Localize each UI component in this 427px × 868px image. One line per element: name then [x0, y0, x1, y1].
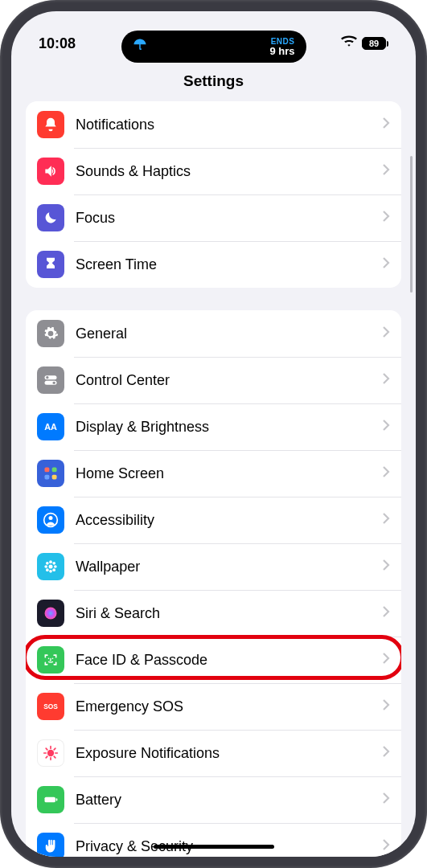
svg-point-17 — [52, 562, 55, 565]
chevron-right-icon — [382, 419, 390, 435]
battery-indicator: 89 — [362, 37, 388, 50]
screen: ENDS 9 hrs 10:08 89 Settings Notificatio… — [11, 11, 416, 857]
settings-row-label: Focus — [76, 210, 382, 227]
svg-rect-34 — [56, 798, 58, 800]
svg-line-29 — [46, 748, 47, 750]
settings-list[interactable]: NotificationsSounds & HapticsFocusScreen… — [11, 101, 416, 857]
chevron-right-icon — [382, 256, 390, 272]
settings-row-label: Emergency SOS — [76, 698, 382, 715]
settings-row-exposure[interactable]: Exposure Notifications — [26, 730, 401, 776]
settings-row-siri[interactable]: Siri & Search — [26, 590, 401, 637]
svg-line-32 — [54, 748, 55, 750]
settings-group: GeneralControl CenterAADisplay & Brightn… — [26, 310, 401, 857]
settings-row-label: Display & Brightness — [76, 419, 382, 436]
settings-row-label: Control Center — [76, 372, 382, 389]
island-hours: 9 hrs — [269, 46, 294, 56]
umbrella-icon — [133, 38, 147, 55]
svg-point-14 — [44, 565, 47, 568]
settings-row-label: Home Screen — [76, 465, 382, 482]
chevron-right-icon — [382, 698, 390, 714]
settings-row-focus[interactable]: Focus — [26, 194, 401, 241]
battery-percent: 89 — [369, 39, 379, 48]
chevron-right-icon — [382, 605, 390, 621]
svg-point-18 — [46, 568, 49, 571]
svg-text:SOS: SOS — [43, 702, 58, 710]
chevron-right-icon — [382, 559, 390, 575]
person-icon — [37, 506, 64, 534]
settings-row-screentime[interactable]: Screen Time — [26, 241, 401, 288]
svg-point-24 — [47, 750, 54, 756]
settings-row-faceid[interactable]: Face ID & Passcode — [26, 637, 401, 683]
siri-icon — [37, 600, 64, 627]
settings-row-sounds[interactable]: Sounds & Haptics — [26, 148, 401, 194]
svg-point-11 — [49, 565, 53, 569]
svg-point-21 — [48, 658, 50, 660]
svg-point-10 — [49, 516, 53, 520]
iphone-frame: ENDS 9 hrs 10:08 89 Settings Notificatio… — [0, 0, 427, 868]
dynamic-island[interactable]: ENDS 9 hrs — [121, 31, 306, 63]
svg-rect-5 — [45, 468, 50, 473]
settings-row-label: Face ID & Passcode — [76, 652, 382, 669]
bell-icon — [37, 111, 64, 138]
chevron-right-icon — [382, 163, 390, 179]
settings-row-battery[interactable]: Battery — [26, 776, 401, 823]
settings-row-homescreen[interactable]: Home Screen — [26, 450, 401, 497]
svg-rect-8 — [52, 475, 57, 480]
status-time: 10:08 — [39, 35, 76, 52]
chevron-right-icon — [382, 745, 390, 761]
svg-line-31 — [46, 756, 47, 758]
svg-rect-7 — [45, 475, 50, 480]
sos-icon: SOS — [37, 693, 64, 720]
hourglass-icon — [37, 251, 64, 278]
svg-text:AA: AA — [44, 422, 57, 432]
virus-icon — [37, 739, 64, 767]
svg-point-13 — [49, 570, 52, 573]
page-title: Settings — [11, 68, 416, 101]
chevron-right-icon — [382, 210, 390, 226]
chevron-right-icon — [382, 652, 390, 668]
hand-icon — [37, 833, 64, 857]
home-indicator[interactable] — [154, 845, 274, 849]
settings-row-label: Screen Time — [76, 256, 382, 273]
settings-row-display[interactable]: AADisplay & Brightness — [26, 403, 401, 450]
svg-point-19 — [52, 568, 55, 571]
svg-line-30 — [54, 756, 55, 758]
moon-icon — [37, 204, 64, 231]
settings-row-sos[interactable]: SOSEmergency SOS — [26, 683, 401, 730]
settings-row-label: Exposure Notifications — [76, 745, 382, 762]
island-status: ENDS 9 hrs — [269, 38, 294, 56]
settings-row-label: Wallpaper — [76, 559, 382, 575]
wifi-icon — [341, 35, 357, 51]
settings-group: NotificationsSounds & HapticsFocusScreen… — [26, 101, 401, 288]
settings-row-label: General — [76, 326, 382, 342]
svg-point-12 — [49, 560, 52, 563]
aa-icon: AA — [37, 413, 64, 440]
settings-row-label: Siri & Search — [76, 605, 382, 622]
grid-icon — [37, 460, 64, 487]
chevron-right-icon — [382, 465, 390, 481]
chevron-right-icon — [382, 512, 390, 528]
chevron-right-icon — [382, 326, 390, 342]
gear-icon — [37, 320, 64, 347]
flower-icon — [37, 553, 64, 580]
toggles-icon — [37, 366, 64, 394]
settings-row-wallpaper[interactable]: Wallpaper — [26, 543, 401, 590]
settings-row-notifications[interactable]: Notifications — [26, 101, 401, 148]
svg-rect-33 — [45, 797, 55, 803]
battery-icon — [37, 786, 64, 813]
scrollbar[interactable] — [410, 156, 413, 293]
settings-row-accessibility[interactable]: Accessibility — [26, 497, 401, 543]
svg-point-3 — [53, 382, 55, 384]
settings-row-label: Sounds & Haptics — [76, 163, 382, 180]
svg-point-1 — [46, 376, 48, 379]
speaker-icon — [37, 158, 64, 185]
svg-point-15 — [54, 565, 57, 568]
svg-rect-6 — [52, 468, 57, 473]
settings-row-privacy[interactable]: Privacy & Security — [26, 823, 401, 857]
settings-row-label: Battery — [76, 792, 382, 809]
face-icon — [37, 646, 64, 674]
settings-row-general[interactable]: General — [26, 310, 401, 357]
settings-row-controlcenter[interactable]: Control Center — [26, 357, 401, 403]
settings-row-label: Notifications — [76, 117, 382, 133]
chevron-right-icon — [382, 792, 390, 808]
